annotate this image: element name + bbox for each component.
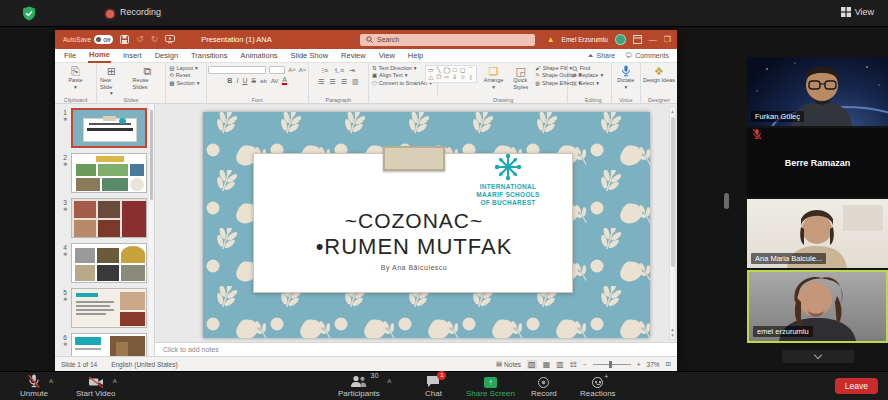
tab-home[interactable]: Home	[88, 48, 111, 63]
italic-icon[interactable]: I	[236, 77, 238, 84]
zoom-slider[interactable]	[593, 364, 631, 365]
slide-sorter-view-icon[interactable]: ▦	[543, 360, 551, 369]
slideshow-view-icon[interactable]: 𝍌	[570, 360, 577, 369]
reactions-button[interactable]: + Reactions	[580, 374, 616, 398]
slide-thumbnail-6[interactable]	[71, 333, 147, 356]
notes-toggle-button[interactable]: ▤Notes	[496, 360, 521, 368]
notes-pane[interactable]: Click to add notes	[155, 342, 677, 356]
arrange-button[interactable]: ❏ Arrange▾	[481, 65, 507, 90]
participants-caret[interactable]: ^	[387, 379, 391, 386]
normal-view-icon[interactable]: ▧	[527, 360, 537, 369]
bold-icon[interactable]: B	[227, 77, 232, 84]
redo-icon[interactable]: ↻	[151, 35, 159, 44]
tab-slide-show[interactable]: Slide Show	[290, 49, 330, 62]
align-left-icon[interactable]: ☰	[318, 78, 324, 86]
tab-file[interactable]: File	[63, 49, 77, 62]
restore-button[interactable]: ❐	[664, 36, 671, 44]
participants-button[interactable]: 30 ^ Participants	[338, 374, 380, 398]
video-tile-ana[interactable]: Ana Maria Baicule...	[747, 199, 888, 268]
bullets-icon[interactable]: ⁝≡	[322, 67, 328, 75]
share-screen-button[interactable]: ↑ Share Screen	[466, 374, 515, 398]
document-title[interactable]: Presentation (1) ANA	[201, 35, 271, 44]
slide-thumbnail-4[interactable]	[71, 243, 147, 283]
zoom-in-icon[interactable]: +	[637, 361, 641, 368]
select-button[interactable]: ⬚Select ▾	[572, 80, 599, 87]
account-user-name[interactable]: Emel Erzurumlu	[562, 36, 608, 43]
chat-button[interactable]: 1 Chat	[425, 374, 442, 398]
char-spacing-icon[interactable]: AV	[271, 78, 279, 84]
panel-resize-handle[interactable]	[724, 193, 729, 209]
slide-thumbnail-3[interactable]	[71, 198, 147, 238]
tab-view[interactable]: View	[378, 49, 396, 62]
unmute-button[interactable]: ^ Unmute	[20, 374, 48, 398]
zoom-percentage[interactable]: 37%	[647, 361, 660, 368]
align-right-icon[interactable]: ☰	[341, 78, 347, 86]
font-size-box[interactable]	[269, 66, 285, 74]
font-color-icon[interactable]: A	[282, 76, 287, 85]
grow-font-icon[interactable]: A˄	[288, 67, 296, 73]
new-slide-button[interactable]: ⊞ New Slide▾	[97, 65, 126, 97]
numbering-icon[interactable]: ⒈≡	[333, 66, 344, 76]
comments-button[interactable]: 🗩Comments	[625, 52, 669, 59]
section-button[interactable]: ▦Section▾	[169, 80, 199, 87]
shadow-icon[interactable]: ab	[260, 78, 267, 84]
font-name-box[interactable]	[208, 66, 266, 74]
save-icon[interactable]	[120, 35, 129, 44]
canvas-vertical-scrollbar[interactable]: ▴ ▴ ▾	[669, 106, 676, 340]
tab-transitions[interactable]: Transitions	[190, 49, 228, 62]
reuse-slides-button[interactable]: ⧉ Reuse Slides	[130, 65, 166, 97]
mic-options-caret[interactable]: ^	[49, 379, 53, 386]
start-presentation-icon[interactable]	[165, 35, 175, 44]
underline-icon[interactable]: U	[242, 77, 247, 84]
video-tile-berre[interactable]: Berre Ramazan	[747, 128, 888, 197]
next-slide-icon[interactable]: ▾	[670, 332, 675, 338]
replace-button[interactable]: ⇄Replace ▾	[572, 72, 604, 79]
tab-insert[interactable]: Insert	[122, 49, 143, 62]
ppt-search-box[interactable]: Search	[360, 34, 535, 46]
fit-to-window-icon[interactable]: ⊡	[666, 360, 671, 368]
shapes-gallery[interactable]: ▭╲◯□◻⌒ △⬠⇨⇩☆{	[425, 65, 477, 83]
reading-view-icon[interactable]: ▥	[556, 360, 564, 369]
thumbnail-scrollbar[interactable]	[149, 104, 154, 356]
start-video-button[interactable]: ^ Start Video	[76, 374, 115, 398]
columns-icon[interactable]: ▥	[352, 78, 359, 86]
video-options-caret[interactable]: ^	[113, 379, 117, 386]
align-text-button[interactable]: ▣Align Text▾	[372, 72, 408, 79]
design-ideas-button[interactable]: ❖ Design Ideas	[639, 65, 679, 84]
reset-button[interactable]: ⟲Reset	[169, 72, 190, 79]
dictate-button[interactable]: Dictate▾	[614, 65, 637, 90]
collapse-panel-button[interactable]	[782, 350, 854, 363]
shrink-font-icon[interactable]: A˅	[299, 67, 307, 73]
warning-icon[interactable]: ▲	[547, 35, 555, 44]
user-avatar[interactable]	[615, 34, 626, 45]
indent-icon[interactable]: ⇥	[349, 67, 355, 75]
tab-design[interactable]: Design	[154, 49, 179, 62]
share-button[interactable]: ⏶Share	[588, 52, 615, 60]
quick-styles-button[interactable]: ◲ Quick Styles	[510, 65, 531, 90]
video-tile-emel-active-speaker[interactable]: emel erzurumlu	[747, 270, 888, 343]
zoom-out-icon[interactable]: −	[583, 361, 587, 368]
ribbon-display-options-icon[interactable]	[633, 35, 642, 44]
scroll-up-icon[interactable]: ▴	[670, 107, 675, 115]
tab-help[interactable]: Help	[407, 49, 424, 62]
tab-review[interactable]: Review	[340, 49, 367, 62]
autosave-pill[interactable]: Off	[94, 35, 113, 44]
zoom-slider-knob[interactable]	[609, 361, 612, 368]
view-button[interactable]: View	[835, 4, 880, 20]
tab-animations[interactable]: Animations	[239, 49, 278, 62]
slide-thumbnail-2[interactable]	[71, 153, 147, 193]
slide-thumbnail-5[interactable]	[71, 288, 147, 328]
align-center-icon[interactable]: ☰	[329, 78, 335, 86]
language-indicator[interactable]: English (United States)	[111, 361, 177, 368]
layout-button[interactable]: ▤Layout▾	[169, 65, 197, 72]
text-direction-button[interactable]: ⇅Text Direction▾	[372, 65, 417, 72]
autosave-toggle[interactable]: AutoSave Off	[63, 35, 113, 44]
video-tile-furkan[interactable]: Furkan Güleç	[747, 57, 888, 126]
undo-icon[interactable]: ↺	[136, 35, 144, 44]
strikethrough-icon[interactable]: S	[251, 77, 256, 84]
minimize-button[interactable]: —	[649, 36, 657, 44]
scrollbar-thumb[interactable]	[671, 117, 675, 267]
find-button[interactable]: Find	[572, 65, 591, 72]
ppt-title-bar[interactable]: AutoSave Off ↺ ↻ Presentation (1) ANA	[55, 30, 677, 49]
paste-button[interactable]: ⎘ Paste▾	[65, 65, 85, 90]
